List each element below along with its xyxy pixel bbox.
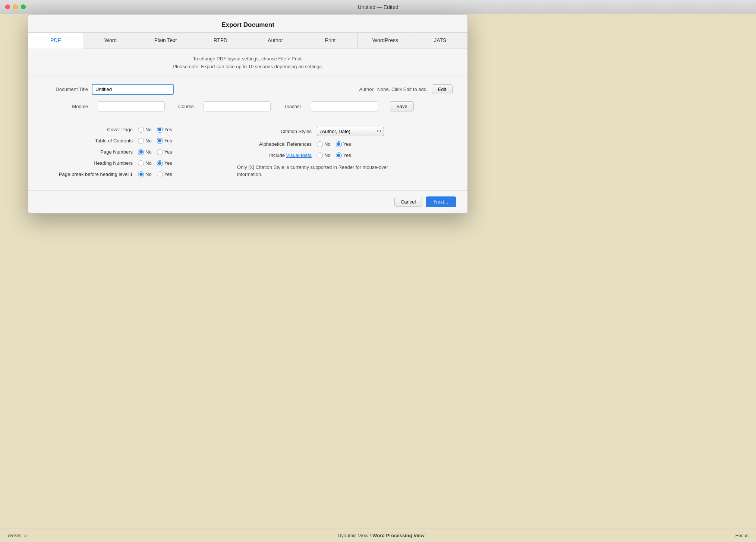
heading-numbers-yes[interactable]: Yes — [157, 160, 172, 166]
teacher-label: Teacher — [284, 104, 301, 109]
tab-word[interactable]: Word — [83, 33, 138, 48]
visual-meta-yes-radio[interactable] — [336, 152, 342, 158]
heading-numbers-no[interactable]: No — [138, 160, 152, 166]
cover-page-option: Cover Page No Yes — [43, 127, 222, 133]
document-title-row: Document Title Author None. Click Edit t… — [43, 84, 453, 95]
focus-label: Focus — [735, 533, 749, 538]
cover-page-radio-group: No Yes — [138, 127, 172, 133]
visual-meta-no-radio[interactable] — [317, 152, 323, 158]
teacher-input[interactable] — [311, 101, 378, 111]
alphabetical-no[interactable]: No — [317, 141, 331, 147]
toc-radio-group: No Yes — [138, 138, 172, 144]
minimize-button[interactable] — [13, 4, 18, 9]
citation-styles-row: Citation Styles (Author, Date) (Author, … — [237, 127, 453, 136]
toc-yes-radio[interactable] — [157, 138, 163, 144]
titlebar: Untitled — Edited — [0, 0, 756, 14]
heading-numbers-label: Heading Numbers — [43, 160, 133, 166]
alphabetical-yes-radio[interactable] — [336, 141, 342, 147]
tab-pdf[interactable]: PDF — [28, 33, 83, 48]
view-mode-static: Dynamic View / — [338, 533, 372, 538]
maximize-button[interactable] — [21, 4, 26, 9]
page-numbers-no[interactable]: No — [138, 149, 152, 155]
module-course-row: Module Course Teacher Save — [43, 101, 453, 111]
tab-wordpress[interactable]: WordPress — [358, 33, 413, 48]
citation-styles-label: Citation Styles — [237, 129, 312, 134]
export-dialog: Export Document PDF Word Plain Text RTFD… — [28, 14, 468, 214]
dialog-title: Export Document — [28, 21, 467, 29]
separator — [43, 119, 453, 119]
document-title-label: Document Title — [43, 86, 88, 92]
tab-rtfd[interactable]: RTFD — [193, 33, 248, 48]
page-numbers-yes[interactable]: Yes — [157, 149, 172, 155]
edit-author-button[interactable]: Edit — [432, 84, 453, 94]
tab-print[interactable]: Print — [303, 33, 358, 48]
dialog-footer: Cancel Next... — [28, 190, 467, 213]
page-numbers-no-radio[interactable] — [138, 149, 144, 155]
page-numbers-yes-radio[interactable] — [157, 149, 163, 155]
page-numbers-option: Page Numbers No Yes — [43, 149, 222, 155]
right-options: Citation Styles (Author, Date) (Author, … — [222, 127, 453, 183]
cover-page-yes-radio[interactable] — [157, 127, 163, 133]
visual-meta-link[interactable]: Visual-Meta — [286, 152, 312, 158]
author-value: None. Click Edit to add. — [377, 86, 428, 92]
save-button[interactable]: Save — [390, 101, 414, 111]
dialog-header: Export Document — [28, 15, 467, 33]
cover-page-no-radio[interactable] — [138, 127, 144, 133]
cover-page-label: Cover Page — [43, 127, 133, 132]
page-break-radio-group: No Yes — [138, 171, 172, 177]
cover-page-no[interactable]: No — [138, 127, 152, 133]
alphabetical-yes[interactable]: Yes — [336, 141, 351, 147]
toc-label: Table of Contents — [43, 138, 133, 144]
heading-numbers-yes-radio[interactable] — [157, 160, 163, 166]
visual-meta-row: Include Visual-Meta No Yes — [237, 152, 453, 158]
alphabetical-references-radio-group: No Yes — [317, 141, 351, 147]
toc-no-radio[interactable] — [138, 138, 144, 144]
page-numbers-label: Page Numbers — [43, 149, 133, 155]
export-tabs: PDF Word Plain Text RTFD Author Print Wo… — [28, 33, 467, 48]
alphabetical-no-radio[interactable] — [317, 141, 323, 147]
page-break-no-radio[interactable] — [138, 171, 144, 177]
module-label: Module — [43, 104, 88, 109]
tab-jats[interactable]: JATS — [413, 33, 467, 48]
view-mode-bold: Word Processing View — [372, 533, 425, 538]
window-controls — [5, 4, 26, 9]
document-title-input[interactable] — [92, 84, 174, 95]
heading-numbers-option: Heading Numbers No Yes — [43, 160, 222, 166]
visual-meta-no[interactable]: No — [317, 152, 331, 158]
page-break-label: Page break before heading level 1 — [43, 171, 133, 177]
citation-styles-select[interactable]: (Author, Date) (Author, Year) [Number] F… — [317, 127, 384, 136]
info-text: To change PDF layout settings, choose Fi… — [28, 48, 467, 76]
left-options: Cover Page No Yes — [43, 127, 222, 183]
page-break-yes[interactable]: Yes — [157, 171, 172, 177]
course-input[interactable] — [204, 101, 271, 111]
toc-yes[interactable]: Yes — [157, 138, 172, 144]
cancel-button[interactable]: Cancel — [394, 197, 422, 207]
info-line-1: To change PDF layout settings, choose Fi… — [28, 55, 467, 63]
citation-note: Only [X] Citation Style is currently sup… — [237, 164, 394, 178]
page-break-option: Page break before heading level 1 No Yes — [43, 171, 222, 177]
include-visual-meta-label: Include Visual-Meta — [237, 152, 312, 158]
tab-plaintext[interactable]: Plain Text — [138, 33, 193, 48]
page-break-yes-radio[interactable] — [157, 171, 163, 177]
next-button[interactable]: Next... — [426, 196, 456, 207]
word-count: Words: 5 — [7, 533, 27, 538]
module-input[interactable] — [98, 101, 165, 111]
window-title: Untitled — Edited — [358, 4, 399, 10]
options-section: Cover Page No Yes — [43, 127, 453, 183]
visual-meta-yes[interactable]: Yes — [336, 152, 351, 158]
tab-author[interactable]: Author — [248, 33, 303, 48]
author-label: Author — [359, 86, 373, 92]
page-break-no[interactable]: No — [138, 171, 152, 177]
cover-page-yes[interactable]: Yes — [157, 127, 172, 133]
author-section: Author None. Click Edit to add. Edit — [359, 84, 453, 94]
statusbar: Words: 5 Dynamic View / Word Processing … — [0, 529, 756, 542]
close-button[interactable] — [5, 4, 10, 9]
statusbar-center: Dynamic View / Word Processing View — [27, 533, 735, 538]
info-line-2: Please note: Export can take up to 10 se… — [28, 63, 467, 71]
heading-numbers-no-radio[interactable] — [138, 160, 144, 166]
citation-styles-select-wrapper: (Author, Date) (Author, Year) [Number] F… — [317, 127, 384, 136]
toc-no[interactable]: No — [138, 138, 152, 144]
alphabetical-references-row: Alphabetical References No Yes — [237, 141, 453, 147]
toc-option: Table of Contents No Yes — [43, 138, 222, 144]
course-label: Course — [178, 104, 194, 109]
